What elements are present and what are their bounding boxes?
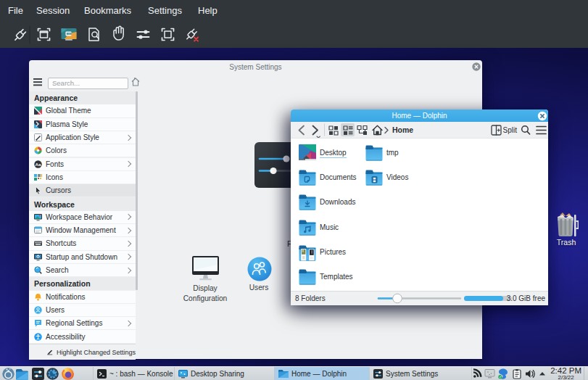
svg-text:Aa: Aa [36,161,41,166]
